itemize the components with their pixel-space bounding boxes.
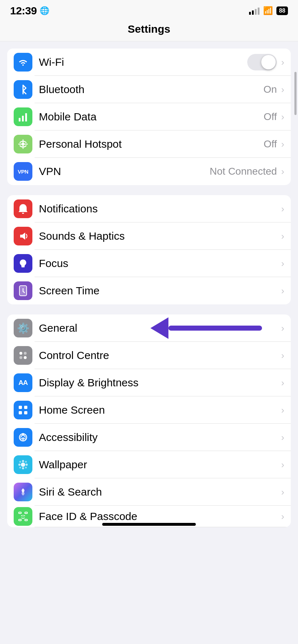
- svg-rect-31: [19, 512, 21, 514]
- status-time: 12:39: [10, 5, 37, 17]
- gear-icon: ⚙️: [17, 322, 30, 334]
- battery-indicator: 88: [276, 6, 288, 15]
- mobiledata-label: Mobile Data: [39, 111, 263, 123]
- svg-rect-32: [25, 512, 27, 514]
- wifi-label: Wi-Fi: [39, 56, 247, 68]
- hotspot-value: Off: [263, 138, 277, 150]
- screentime-icon: [14, 281, 32, 300]
- svg-point-11: [19, 356, 22, 359]
- svg-rect-0: [19, 118, 21, 121]
- siri-chevron: ›: [281, 487, 284, 498]
- general-icon: ⚙️: [14, 319, 32, 337]
- svg-rect-16: [24, 411, 27, 414]
- svg-point-35: [21, 515, 22, 516]
- accessibility-chevron: ›: [281, 432, 284, 443]
- display-icon: AA: [14, 373, 32, 392]
- wifi-toggle[interactable]: [247, 54, 277, 70]
- page-title: Settings: [128, 23, 170, 35]
- mobile-data-icon: [14, 107, 32, 126]
- hotspot-row[interactable]: Personal Hotspot Off ›: [7, 130, 291, 158]
- hotspot-icon: [14, 135, 32, 153]
- faceid-label: Face ID & Passcode: [39, 510, 280, 523]
- vpn-row[interactable]: VPN VPN Not Connected ›: [7, 158, 291, 185]
- controlcentre-icon: [14, 346, 32, 365]
- status-icons: 📶 88: [249, 6, 288, 15]
- focus-icon: [14, 254, 32, 273]
- svg-rect-14: [24, 406, 27, 409]
- arrow-head: [150, 317, 168, 339]
- display-label: Display & Brightness: [39, 377, 280, 389]
- accessibility-label: Accessibility: [39, 431, 280, 443]
- siri-icon: [14, 483, 32, 501]
- connectivity-group: Wi-Fi › Bluetooth On ›: [7, 49, 291, 185]
- navigation-bar: Settings: [0, 20, 298, 41]
- sounds-label: Sounds & Haptics: [39, 230, 280, 242]
- focus-chevron: ›: [281, 258, 284, 269]
- svg-marker-6: [20, 233, 25, 240]
- svg-rect-2: [25, 113, 27, 121]
- bluetooth-value: On: [263, 84, 277, 95]
- wallpaper-icon: [14, 455, 32, 474]
- svg-point-27: [25, 461, 27, 463]
- arrow-annotation: [151, 317, 262, 339]
- notifications-group: Notifications › Sounds & Haptics › Focus: [7, 195, 291, 304]
- general-row[interactable]: ⚙️ General ›: [7, 314, 291, 342]
- focus-label: Focus: [39, 257, 280, 270]
- signal-icon: [249, 7, 259, 15]
- focus-row[interactable]: Focus ›: [7, 250, 291, 277]
- svg-point-25: [26, 464, 28, 466]
- svg-rect-1: [22, 116, 24, 121]
- svg-point-23: [22, 467, 24, 469]
- controlcentre-chevron: ›: [281, 350, 284, 361]
- mobiledata-row[interactable]: Mobile Data Off ›: [7, 103, 291, 130]
- system-group: ⚙️ General › Control Centre ›: [7, 314, 291, 527]
- scrollbar[interactable]: [294, 72, 297, 115]
- bluetooth-chevron: ›: [281, 84, 284, 95]
- homescreen-label: Home Screen: [39, 404, 280, 416]
- svg-point-12: [24, 356, 27, 359]
- svg-point-10: [24, 352, 27, 355]
- screentime-row[interactable]: Screen Time ›: [7, 277, 291, 304]
- siri-row[interactable]: Siri & Search ›: [7, 478, 291, 506]
- faceid-chevron: ›: [281, 511, 284, 522]
- hotspot-label: Personal Hotspot: [39, 138, 263, 150]
- sounds-row[interactable]: Sounds & Haptics ›: [7, 222, 291, 250]
- svg-rect-34: [25, 519, 27, 521]
- svg-point-26: [19, 461, 21, 463]
- svg-point-29: [25, 467, 27, 469]
- siri-label: Siri & Search: [39, 486, 280, 498]
- controlcentre-row[interactable]: Control Centre ›: [7, 342, 291, 369]
- notifications-label: Notifications: [39, 203, 280, 215]
- vpn-label: VPN: [39, 165, 210, 178]
- mobiledata-value: Off: [263, 111, 277, 123]
- arrow-line: [168, 326, 262, 331]
- homescreen-row[interactable]: Home Screen ›: [7, 396, 291, 424]
- status-bar: 12:39 🌐 📶 88: [0, 0, 298, 20]
- mobiledata-chevron: ›: [281, 111, 284, 123]
- notifications-row[interactable]: Notifications ›: [7, 195, 291, 222]
- display-chevron: ›: [281, 377, 284, 388]
- svg-point-36: [24, 515, 25, 516]
- wifi-status-icon: 📶: [263, 7, 273, 15]
- accessibility-row[interactable]: Accessibility ›: [7, 424, 291, 451]
- wifi-icon: [14, 53, 32, 72]
- hotspot-chevron: ›: [281, 139, 284, 150]
- vpn-value: Not Connected: [210, 166, 277, 177]
- screentime-label: Screen Time: [39, 285, 280, 297]
- display-row[interactable]: AA Display & Brightness ›: [7, 369, 291, 396]
- wallpaper-row[interactable]: Wallpaper ›: [7, 451, 291, 478]
- wallpaper-label: Wallpaper: [39, 459, 280, 471]
- svg-point-21: [21, 463, 25, 467]
- faceid-row[interactable]: Face ID & Passcode ›: [7, 506, 291, 527]
- wifi-row[interactable]: Wi-Fi ›: [7, 49, 291, 76]
- sounds-chevron: ›: [281, 231, 284, 242]
- svg-point-24: [18, 464, 21, 466]
- screentime-chevron: ›: [281, 285, 284, 296]
- homescreen-chevron: ›: [281, 405, 284, 416]
- bluetooth-row[interactable]: Bluetooth On ›: [7, 76, 291, 103]
- aa-icon: AA: [18, 379, 27, 387]
- status-time-area: 12:39 🌐: [10, 5, 49, 17]
- globe-icon: 🌐: [40, 6, 49, 15]
- general-chevron: ›: [281, 323, 284, 334]
- faceid-icon: [14, 507, 32, 526]
